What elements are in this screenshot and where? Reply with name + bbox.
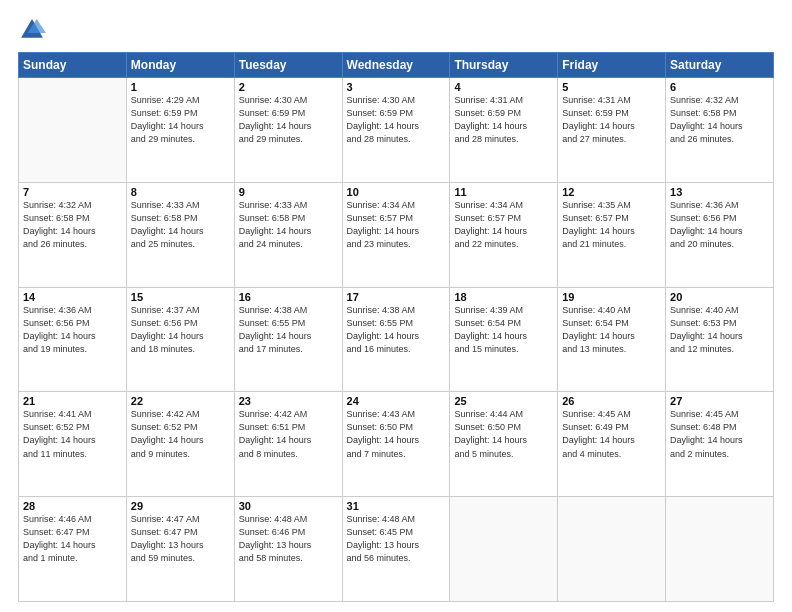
logo bbox=[18, 16, 50, 44]
calendar-cell: 26Sunrise: 4:45 AMSunset: 6:49 PMDayligh… bbox=[558, 392, 666, 497]
day-number: 12 bbox=[562, 186, 661, 198]
calendar-cell: 24Sunrise: 4:43 AMSunset: 6:50 PMDayligh… bbox=[342, 392, 450, 497]
day-info: Sunrise: 4:31 AMSunset: 6:59 PMDaylight:… bbox=[562, 94, 661, 146]
calendar-day-header: Friday bbox=[558, 53, 666, 78]
day-number: 23 bbox=[239, 395, 338, 407]
day-info: Sunrise: 4:34 AMSunset: 6:57 PMDaylight:… bbox=[347, 199, 446, 251]
day-info: Sunrise: 4:32 AMSunset: 6:58 PMDaylight:… bbox=[23, 199, 122, 251]
calendar-week-row: 21Sunrise: 4:41 AMSunset: 6:52 PMDayligh… bbox=[19, 392, 774, 497]
day-number: 31 bbox=[347, 500, 446, 512]
day-info: Sunrise: 4:42 AMSunset: 6:51 PMDaylight:… bbox=[239, 408, 338, 460]
day-info: Sunrise: 4:32 AMSunset: 6:58 PMDaylight:… bbox=[670, 94, 769, 146]
day-info: Sunrise: 4:47 AMSunset: 6:47 PMDaylight:… bbox=[131, 513, 230, 565]
calendar-week-row: 14Sunrise: 4:36 AMSunset: 6:56 PMDayligh… bbox=[19, 287, 774, 392]
calendar-cell: 17Sunrise: 4:38 AMSunset: 6:55 PMDayligh… bbox=[342, 287, 450, 392]
day-number: 10 bbox=[347, 186, 446, 198]
calendar-cell: 11Sunrise: 4:34 AMSunset: 6:57 PMDayligh… bbox=[450, 182, 558, 287]
calendar-day-header: Sunday bbox=[19, 53, 127, 78]
day-info: Sunrise: 4:43 AMSunset: 6:50 PMDaylight:… bbox=[347, 408, 446, 460]
day-info: Sunrise: 4:33 AMSunset: 6:58 PMDaylight:… bbox=[131, 199, 230, 251]
calendar-table: SundayMondayTuesdayWednesdayThursdayFrid… bbox=[18, 52, 774, 602]
calendar-cell: 2Sunrise: 4:30 AMSunset: 6:59 PMDaylight… bbox=[234, 78, 342, 183]
calendar-week-row: 1Sunrise: 4:29 AMSunset: 6:59 PMDaylight… bbox=[19, 78, 774, 183]
day-number: 9 bbox=[239, 186, 338, 198]
day-info: Sunrise: 4:34 AMSunset: 6:57 PMDaylight:… bbox=[454, 199, 553, 251]
day-number: 7 bbox=[23, 186, 122, 198]
day-number: 25 bbox=[454, 395, 553, 407]
calendar-cell: 18Sunrise: 4:39 AMSunset: 6:54 PMDayligh… bbox=[450, 287, 558, 392]
calendar-cell: 31Sunrise: 4:48 AMSunset: 6:45 PMDayligh… bbox=[342, 497, 450, 602]
calendar-cell: 21Sunrise: 4:41 AMSunset: 6:52 PMDayligh… bbox=[19, 392, 127, 497]
day-info: Sunrise: 4:42 AMSunset: 6:52 PMDaylight:… bbox=[131, 408, 230, 460]
day-info: Sunrise: 4:37 AMSunset: 6:56 PMDaylight:… bbox=[131, 304, 230, 356]
day-info: Sunrise: 4:31 AMSunset: 6:59 PMDaylight:… bbox=[454, 94, 553, 146]
day-number: 2 bbox=[239, 81, 338, 93]
day-number: 24 bbox=[347, 395, 446, 407]
calendar-week-row: 28Sunrise: 4:46 AMSunset: 6:47 PMDayligh… bbox=[19, 497, 774, 602]
calendar-day-header: Saturday bbox=[666, 53, 774, 78]
day-info: Sunrise: 4:46 AMSunset: 6:47 PMDaylight:… bbox=[23, 513, 122, 565]
calendar-cell: 3Sunrise: 4:30 AMSunset: 6:59 PMDaylight… bbox=[342, 78, 450, 183]
day-info: Sunrise: 4:33 AMSunset: 6:58 PMDaylight:… bbox=[239, 199, 338, 251]
day-number: 16 bbox=[239, 291, 338, 303]
day-number: 15 bbox=[131, 291, 230, 303]
calendar-cell bbox=[558, 497, 666, 602]
day-number: 1 bbox=[131, 81, 230, 93]
day-number: 26 bbox=[562, 395, 661, 407]
calendar-cell: 15Sunrise: 4:37 AMSunset: 6:56 PMDayligh… bbox=[126, 287, 234, 392]
calendar-week-row: 7Sunrise: 4:32 AMSunset: 6:58 PMDaylight… bbox=[19, 182, 774, 287]
day-info: Sunrise: 4:36 AMSunset: 6:56 PMDaylight:… bbox=[670, 199, 769, 251]
day-number: 19 bbox=[562, 291, 661, 303]
day-number: 18 bbox=[454, 291, 553, 303]
calendar-cell bbox=[450, 497, 558, 602]
calendar-cell: 7Sunrise: 4:32 AMSunset: 6:58 PMDaylight… bbox=[19, 182, 127, 287]
day-number: 8 bbox=[131, 186, 230, 198]
day-info: Sunrise: 4:45 AMSunset: 6:49 PMDaylight:… bbox=[562, 408, 661, 460]
calendar-day-header: Tuesday bbox=[234, 53, 342, 78]
calendar-cell: 19Sunrise: 4:40 AMSunset: 6:54 PMDayligh… bbox=[558, 287, 666, 392]
day-number: 4 bbox=[454, 81, 553, 93]
calendar-cell bbox=[666, 497, 774, 602]
day-number: 27 bbox=[670, 395, 769, 407]
calendar-cell: 6Sunrise: 4:32 AMSunset: 6:58 PMDaylight… bbox=[666, 78, 774, 183]
day-number: 21 bbox=[23, 395, 122, 407]
calendar-cell: 20Sunrise: 4:40 AMSunset: 6:53 PMDayligh… bbox=[666, 287, 774, 392]
calendar-cell: 14Sunrise: 4:36 AMSunset: 6:56 PMDayligh… bbox=[19, 287, 127, 392]
calendar-cell: 28Sunrise: 4:46 AMSunset: 6:47 PMDayligh… bbox=[19, 497, 127, 602]
page: SundayMondayTuesdayWednesdayThursdayFrid… bbox=[0, 0, 792, 612]
day-info: Sunrise: 4:39 AMSunset: 6:54 PMDaylight:… bbox=[454, 304, 553, 356]
day-info: Sunrise: 4:40 AMSunset: 6:53 PMDaylight:… bbox=[670, 304, 769, 356]
day-info: Sunrise: 4:48 AMSunset: 6:46 PMDaylight:… bbox=[239, 513, 338, 565]
day-info: Sunrise: 4:35 AMSunset: 6:57 PMDaylight:… bbox=[562, 199, 661, 251]
calendar-cell: 8Sunrise: 4:33 AMSunset: 6:58 PMDaylight… bbox=[126, 182, 234, 287]
day-info: Sunrise: 4:44 AMSunset: 6:50 PMDaylight:… bbox=[454, 408, 553, 460]
calendar-cell: 13Sunrise: 4:36 AMSunset: 6:56 PMDayligh… bbox=[666, 182, 774, 287]
day-number: 5 bbox=[562, 81, 661, 93]
day-number: 13 bbox=[670, 186, 769, 198]
day-number: 17 bbox=[347, 291, 446, 303]
calendar-cell: 5Sunrise: 4:31 AMSunset: 6:59 PMDaylight… bbox=[558, 78, 666, 183]
calendar-cell: 30Sunrise: 4:48 AMSunset: 6:46 PMDayligh… bbox=[234, 497, 342, 602]
day-number: 6 bbox=[670, 81, 769, 93]
day-number: 20 bbox=[670, 291, 769, 303]
day-info: Sunrise: 4:45 AMSunset: 6:48 PMDaylight:… bbox=[670, 408, 769, 460]
day-number: 14 bbox=[23, 291, 122, 303]
calendar-cell: 22Sunrise: 4:42 AMSunset: 6:52 PMDayligh… bbox=[126, 392, 234, 497]
calendar-day-header: Monday bbox=[126, 53, 234, 78]
calendar-cell: 12Sunrise: 4:35 AMSunset: 6:57 PMDayligh… bbox=[558, 182, 666, 287]
calendar-cell: 16Sunrise: 4:38 AMSunset: 6:55 PMDayligh… bbox=[234, 287, 342, 392]
day-number: 30 bbox=[239, 500, 338, 512]
day-info: Sunrise: 4:36 AMSunset: 6:56 PMDaylight:… bbox=[23, 304, 122, 356]
calendar-cell: 1Sunrise: 4:29 AMSunset: 6:59 PMDaylight… bbox=[126, 78, 234, 183]
calendar-day-header: Wednesday bbox=[342, 53, 450, 78]
day-info: Sunrise: 4:38 AMSunset: 6:55 PMDaylight:… bbox=[239, 304, 338, 356]
calendar-header-row: SundayMondayTuesdayWednesdayThursdayFrid… bbox=[19, 53, 774, 78]
day-number: 22 bbox=[131, 395, 230, 407]
calendar-cell: 27Sunrise: 4:45 AMSunset: 6:48 PMDayligh… bbox=[666, 392, 774, 497]
day-info: Sunrise: 4:30 AMSunset: 6:59 PMDaylight:… bbox=[239, 94, 338, 146]
calendar-cell: 23Sunrise: 4:42 AMSunset: 6:51 PMDayligh… bbox=[234, 392, 342, 497]
calendar-cell: 4Sunrise: 4:31 AMSunset: 6:59 PMDaylight… bbox=[450, 78, 558, 183]
day-info: Sunrise: 4:38 AMSunset: 6:55 PMDaylight:… bbox=[347, 304, 446, 356]
calendar-day-header: Thursday bbox=[450, 53, 558, 78]
day-info: Sunrise: 4:30 AMSunset: 6:59 PMDaylight:… bbox=[347, 94, 446, 146]
